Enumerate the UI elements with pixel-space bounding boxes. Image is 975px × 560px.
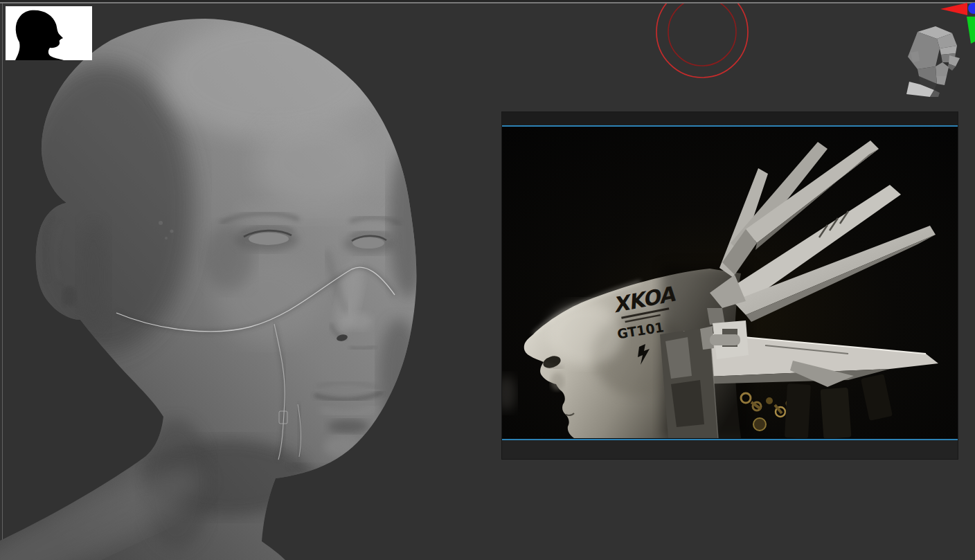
reference-panel-footer[interactable] — [502, 440, 958, 459]
head-silhouette-icon — [6, 6, 92, 60]
reference-artwork: XKOA GT101 — [502, 127, 958, 439]
reference-panel-header[interactable] — [502, 112, 958, 125]
sculpt-canvas[interactable] — [0, 0, 492, 560]
window-top-highlight-line — [0, 2, 975, 3]
head-silhouette-thumbnail[interactable] — [6, 6, 92, 60]
axis-gizmo[interactable] — [935, 0, 975, 48]
head-model[interactable] — [0, 17, 428, 560]
x-axis-arrow-icon[interactable] — [940, 3, 967, 15]
brush-cursor — [644, 0, 762, 83]
reference-image-panel[interactable]: XKOA GT101 — [502, 112, 958, 459]
z-axis-dot-icon[interactable] — [968, 3, 975, 14]
y-axis-arrow-icon[interactable] — [967, 17, 975, 44]
sculpting-app-window: XKOA GT101 — [0, 0, 975, 560]
